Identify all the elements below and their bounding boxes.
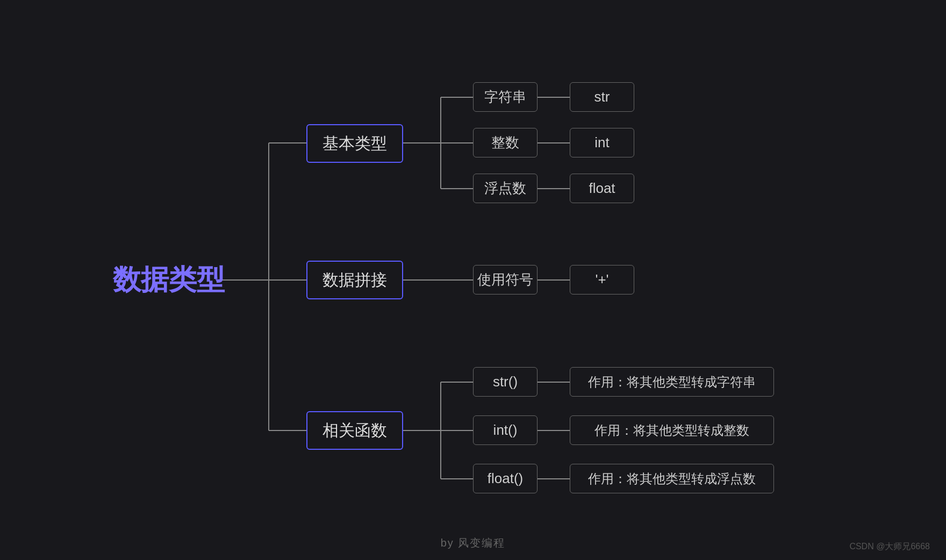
val-float: float — [570, 174, 634, 203]
leaf-str: 字符串 — [473, 82, 538, 112]
category-funcs: 相关函数 — [306, 411, 403, 450]
leaf-int-func: int() — [473, 415, 538, 445]
leaf-str-func: str() — [473, 367, 538, 397]
leaf-int: 整数 — [473, 128, 538, 157]
val-int: int — [570, 128, 634, 157]
leaf-plus: 使用符号 — [473, 265, 538, 295]
leaf-float-func: float() — [473, 464, 538, 493]
val-float-func: 作用：将其他类型转成浮点数 — [570, 464, 774, 493]
val-str-func: 作用：将其他类型转成字符串 — [570, 367, 774, 397]
val-str: str — [570, 82, 634, 112]
watermark-center: by 风变编程 — [441, 536, 506, 550]
diagram: 数据类型 基本类型 字符串 str 整数 int 浮点数 float 数据拼接 … — [97, 44, 849, 516]
leaf-float: 浮点数 — [473, 174, 538, 203]
category-basic: 基本类型 — [306, 124, 403, 163]
val-plus: '+' — [570, 265, 634, 295]
root-label: 数据类型 — [113, 261, 225, 299]
val-int-func: 作用：将其他类型转成整数 — [570, 415, 774, 445]
watermark-br: CSDN @大师兄6668 — [849, 541, 930, 552]
category-concat: 数据拼接 — [306, 261, 403, 299]
